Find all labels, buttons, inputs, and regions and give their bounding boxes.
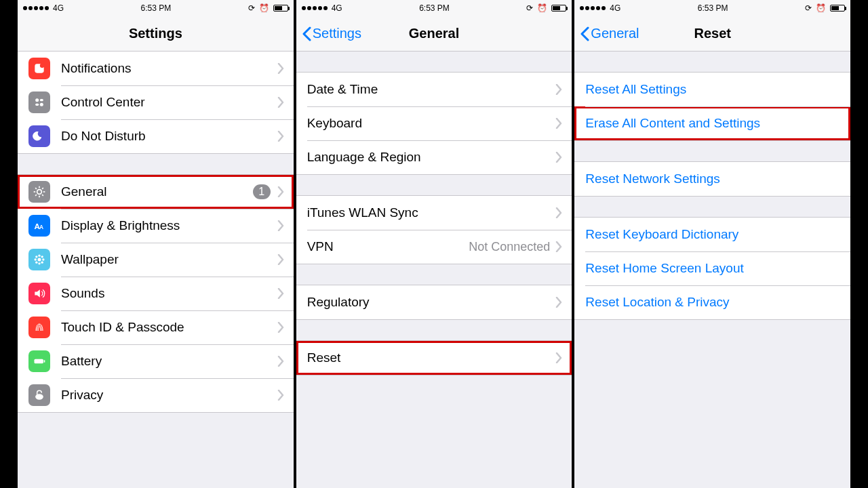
nav-bar: Settings [18,16,294,52]
row-date-time[interactable]: Date & Time [296,73,572,106]
row-general[interactable]: General1 [18,175,294,209]
signal-dots-icon [23,6,49,10]
svg-rect-3 [40,99,43,101]
svg-text:A: A [39,224,43,230]
svg-point-18 [38,255,40,257]
row-vpn[interactable]: VPNNot Connected [296,230,572,264]
back-button[interactable]: Settings [302,16,361,51]
row-label: Reset Network Settings [585,171,841,186]
chevron-right-icon [277,186,284,197]
signal-dots-icon [302,6,328,10]
svg-rect-5 [35,104,39,106]
row-reset[interactable]: Reset [296,341,572,375]
row-value: Not Connected [469,240,550,254]
chevron-right-icon [277,220,284,231]
back-label: Settings [313,26,361,41]
chevron-left-icon [302,26,311,41]
svg-point-20 [35,258,37,260]
svg-point-17 [38,258,41,262]
row-label: Notifications [61,61,277,76]
svg-point-24 [35,262,37,264]
row-label: iTunes WLAN Sync [307,205,556,220]
chevron-right-icon [277,254,284,265]
back-button[interactable]: General [580,16,639,51]
svg-point-28 [35,394,43,399]
settings-group-2: General1AADisplay & BrightnessWallpaperS… [18,174,294,413]
clock: 6:53 PM [140,3,171,13]
chevron-right-icon [555,84,562,95]
chevron-right-icon [555,118,562,129]
row-label: Battery [61,354,277,369]
controlcenter-icon [28,92,50,113]
row-label: Reset All Settings [585,82,841,97]
svg-point-21 [42,258,44,260]
settings-group-1: NotificationsControl CenterDo Not Distur… [18,52,294,154]
svg-point-25 [41,262,43,264]
row-label: Touch ID & Passcode [61,320,277,335]
row-label: Privacy [61,388,277,403]
lock-icon: ⟳ [805,3,812,13]
signal-dots-icon [580,6,606,10]
row-label: Reset Keyboard Dictionary [585,227,841,242]
battery-icon [273,5,288,12]
nav-bar: Settings General [296,16,572,52]
svg-point-1 [40,64,45,68]
badge: 1 [253,184,271,199]
carrier-label: 4G [610,3,620,13]
row-label: General [61,184,253,199]
row-language-region[interactable]: Language & Region [296,140,572,174]
sounds-icon [28,283,50,304]
row-privacy[interactable]: Privacy [18,378,294,412]
row-label: Date & Time [307,82,556,97]
svg-point-22 [35,256,37,258]
chevron-right-icon [277,356,284,367]
reset-group-2: Reset Network Settings [574,161,850,197]
chevron-right-icon [555,207,562,218]
row-sounds[interactable]: Sounds [18,277,294,310]
row-label: VPN [307,239,469,254]
row-keyboard[interactable]: Keyboard [296,106,572,140]
chevron-right-icon [277,288,284,299]
notifications-icon [28,58,50,79]
alarm-icon: ⏰ [259,3,269,13]
row-battery[interactable]: Battery [18,344,294,378]
clock: 6:53 PM [419,3,450,13]
battery-icon [830,5,845,12]
row-label: Regulatory [307,295,556,310]
carrier-label: 4G [53,3,64,13]
page-title: Settings [129,26,182,41]
svg-point-23 [41,256,43,258]
row-reset-network-settings[interactable]: Reset Network Settings [574,162,850,196]
row-erase-all-content-and-settings[interactable]: Erase All Content and Settings [574,106,850,140]
row-itunes-wlan-sync[interactable]: iTunes WLAN Sync [296,196,572,230]
chevron-right-icon [277,390,284,401]
nav-bar: General Reset [574,16,850,52]
row-regulatory[interactable]: Regulatory [296,285,572,319]
lock-icon: ⟳ [248,3,255,13]
screen-settings: 4G 6:53 PM ⟳ ⏰ Settings NotificationsCon… [16,0,295,488]
general-group-1: Date & TimeKeyboardLanguage & Region [296,72,572,175]
svg-point-19 [38,262,40,264]
row-notifications[interactable]: Notifications [18,52,294,85]
general-group-4: Reset [296,340,572,375]
chevron-right-icon [555,352,562,363]
page-title: Reset [694,26,730,41]
row-reset-location-privacy[interactable]: Reset Location & Privacy [574,285,850,319]
row-reset-keyboard-dictionary[interactable]: Reset Keyboard Dictionary [574,218,850,251]
general-group-3: Regulatory [296,285,572,320]
chevron-right-icon [555,152,562,163]
svg-rect-26 [35,359,43,364]
row-reset-home-screen-layout[interactable]: Reset Home Screen Layout [574,251,850,285]
row-do-not-disturb[interactable]: Do Not Disturb [18,119,294,153]
general-icon [28,181,50,203]
row-reset-all-settings[interactable]: Reset All Settings [574,73,850,106]
row-display-brightness[interactable]: AADisplay & Brightness [18,209,294,243]
svg-point-6 [37,190,42,195]
row-touch-id-passcode[interactable]: Touch ID & Passcode [18,310,294,344]
row-control-center[interactable]: Control Center [18,85,294,119]
row-wallpaper[interactable]: Wallpaper [18,243,294,277]
row-label: Sounds [61,286,277,301]
row-label: Wallpaper [61,252,277,267]
display-icon: AA [28,215,50,237]
svg-rect-27 [44,360,45,362]
